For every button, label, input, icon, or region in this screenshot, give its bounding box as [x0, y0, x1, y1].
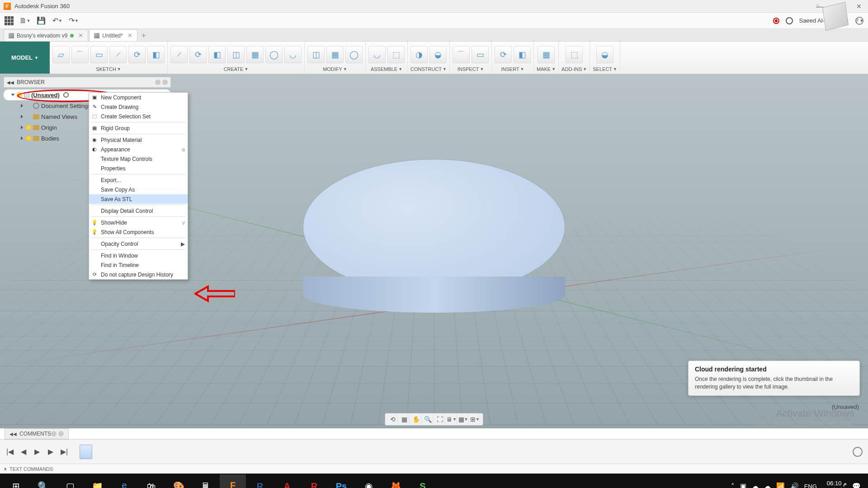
ctx-item-create-drawing[interactable]: ✎Create Drawing [89, 102, 188, 112]
comments-dot-icon[interactable] [58, 431, 64, 436]
ctx-item-rigid-group[interactable]: ▦Rigid Group [89, 123, 188, 133]
ctx-item-save-copy-as[interactable]: Save Copy As [89, 185, 188, 194]
ribbon-tool-icon[interactable]: ◯ [345, 46, 363, 63]
start-button[interactable]: ⊞ [3, 474, 29, 488]
zoom-button[interactable]: 🔍 [423, 414, 433, 424]
fusion-button[interactable]: F [220, 474, 246, 488]
ribbon-tool-icon[interactable]: ⟋ [170, 46, 188, 63]
text-commands-bar[interactable]: TEXT COMMANDS [0, 464, 868, 474]
model-cylinder[interactable] [303, 159, 565, 313]
ctx-item-texture-map-controls[interactable]: Texture Map Controls [89, 154, 188, 164]
file-explorer-button[interactable]: 📁 [84, 474, 110, 488]
ctx-item-opacity-control[interactable]: Opacity Control▶ [89, 239, 188, 249]
fit-button[interactable]: ⛶ [435, 414, 445, 424]
tray-notifications-icon[interactable]: 💬 [852, 482, 861, 488]
view-cube[interactable]: ⌂ [824, 5, 855, 36]
help-button[interactable]: ?▼ [855, 17, 863, 25]
tab-close-icon[interactable]: ✕ [78, 32, 83, 39]
doc-tab-1[interactable]: Untitled* ✕ [89, 29, 137, 41]
calculator-button[interactable]: 🖩 [193, 474, 219, 488]
store-button[interactable]: 🛍 [138, 474, 165, 488]
ctx-item-export-[interactable]: Export... [89, 175, 188, 185]
ribbon-tool-icon[interactable]: ◑ [410, 46, 428, 63]
tray-volume-icon[interactable]: 🔊 [790, 482, 799, 488]
bulb-icon[interactable] [26, 125, 31, 130]
ribbon-group-label[interactable]: ADD-INS ▼ [561, 66, 587, 72]
tray-chevron-icon[interactable]: ˄ [731, 482, 735, 488]
ribbon-tool-icon[interactable]: ⬚ [566, 46, 583, 63]
ribbon-tool-icon[interactable]: ◫ [307, 46, 325, 63]
tray-app-icon[interactable]: ▣ [740, 482, 746, 488]
search-button[interactable]: 🔍 [30, 474, 56, 488]
ribbon-tool-icon[interactable]: ⟳ [495, 46, 512, 63]
ctx-item-show-all-components[interactable]: 💡Show All Components [89, 227, 188, 237]
ribbon-group-label[interactable]: MODIFY ▼ [323, 66, 347, 72]
ribbon-group-label[interactable]: CONSTRUCT ▼ [410, 66, 447, 72]
steam-button[interactable]: ◉ [355, 474, 382, 488]
ctx-item-display-detail-control[interactable]: Display Detail Control [89, 206, 188, 216]
doc-tab-0[interactable]: Bosny's elevatiom v9 ✕ [4, 29, 88, 41]
browser-header[interactable]: ◀◀ BROWSER [4, 77, 171, 88]
timeline-end[interactable]: ▶| [60, 447, 69, 456]
firefox-button[interactable]: 🦊 [382, 474, 409, 488]
grid-settings[interactable]: ▦▼ [458, 414, 468, 424]
comments-panel[interactable]: ◀◀ COMMENTS [5, 428, 69, 439]
ribbon-tool-icon[interactable]: ◧ [514, 46, 531, 63]
timeline-feature-0[interactable] [80, 445, 92, 459]
ribbon-tool-icon[interactable]: ▦ [246, 46, 264, 63]
ctx-item-show-hide[interactable]: 💡Show/Hidev [89, 218, 188, 227]
ribbon-tool-icon[interactable]: ⬚ [387, 46, 405, 63]
timeline-settings[interactable] [853, 447, 863, 457]
ribbon-tool-icon[interactable]: ◧ [147, 46, 165, 63]
ribbon-group-label[interactable]: SELECT ▼ [593, 66, 617, 72]
viewport-layout[interactable]: ⊞▼ [470, 414, 480, 424]
ribbon-tool-icon[interactable]: ▭ [90, 46, 108, 63]
home-icon[interactable]: ⌂ [816, 2, 819, 9]
pan-button[interactable]: ✋ [411, 414, 421, 424]
tray-wifi-icon[interactable]: 📶 [776, 482, 785, 488]
ctx-item-find-in-window[interactable]: Find in Window [89, 251, 188, 260]
viewport[interactable]: ◀◀ BROWSER (Unsaved) Document SettingsNa… [0, 74, 868, 428]
orbit-button[interactable]: ⟲ [388, 414, 398, 424]
ribbon-tool-icon[interactable]: ◡ [368, 46, 386, 63]
ctx-item-find-in-timeline[interactable]: Find in Timeline [89, 260, 188, 270]
timeline-play[interactable]: ▶ [33, 447, 42, 456]
job-status-icon[interactable] [786, 17, 793, 24]
tray-onedrive-icon[interactable]: ☁ [752, 482, 759, 488]
ribbon-tool-icon[interactable]: ◒ [596, 46, 613, 63]
ctx-item-save-as-stl[interactable]: Save As STL [89, 194, 188, 204]
display-settings[interactable]: 🖥▼ [447, 414, 457, 424]
ribbon-tool-icon[interactable]: ◒ [429, 46, 447, 63]
timeline-start[interactable]: |◀ [5, 447, 14, 456]
ribbon-group-label[interactable]: INSERT ▼ [501, 66, 524, 72]
task-view-button[interactable]: ▢ [57, 474, 83, 488]
ctx-item-do-not-capture-design-history[interactable]: ⟳Do not capture Design History [89, 270, 188, 279]
look-at-button[interactable]: ▦ [400, 414, 410, 424]
tray-language[interactable]: ENG [804, 483, 817, 488]
photoshop-button[interactable]: Ps [328, 474, 354, 488]
ribbon-tool-icon[interactable]: ▦ [538, 46, 555, 63]
autocad-button[interactable]: A [274, 474, 300, 488]
radio-icon[interactable] [63, 92, 69, 98]
ribbon-tool-icon[interactable]: ▱ [52, 46, 70, 63]
paint-button[interactable]: 🎨 [165, 474, 192, 488]
revit2-button[interactable]: R [301, 474, 327, 488]
bulb-icon[interactable] [17, 92, 22, 98]
ribbon-tool-icon[interactable]: ▭ [472, 46, 489, 63]
ribbon-group-label[interactable]: CREATE ▼ [224, 66, 249, 72]
browser-dot-icon[interactable] [162, 80, 168, 85]
redo-button[interactable]: ↷▼ [69, 16, 79, 26]
ctx-item-physical-material[interactable]: ◉Physical Material [89, 135, 188, 145]
save-button[interactable]: 💾 [36, 16, 46, 26]
edge-button[interactable]: e [111, 474, 137, 488]
browser-min-icon[interactable] [155, 80, 160, 85]
ctx-item-create-selection-set[interactable]: ⬚Create Selection Set [89, 112, 188, 121]
ctx-item-new-component[interactable]: ▣New Component [89, 93, 188, 102]
bulb-icon[interactable] [26, 136, 31, 141]
tab-close-icon[interactable]: ✕ [127, 32, 132, 39]
ribbon-tool-icon[interactable]: ▦ [326, 46, 344, 63]
ribbon-tool-icon[interactable]: ⟋ [109, 46, 127, 63]
undo-button[interactable]: ↶▼ [52, 16, 62, 26]
record-icon[interactable] [773, 18, 779, 24]
timeline-prev[interactable]: ◀ [19, 447, 28, 456]
